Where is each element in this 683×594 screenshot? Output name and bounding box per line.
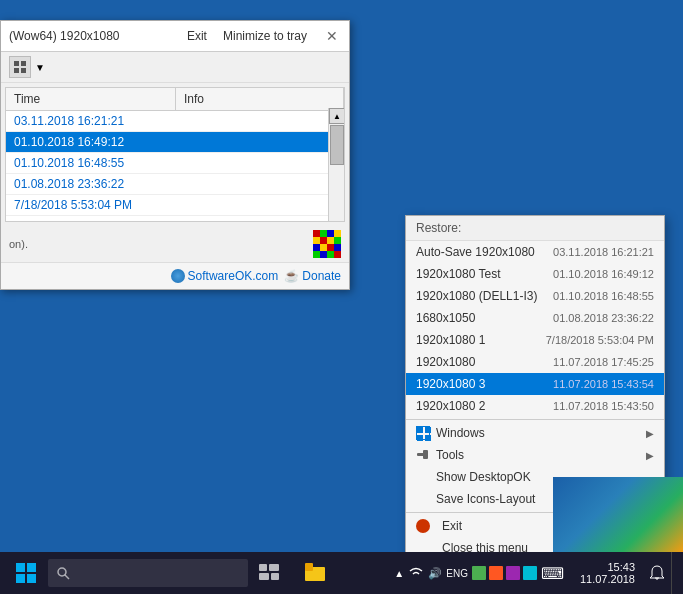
- table-row[interactable]: 01.08.2018 23:36:22: [6, 174, 344, 195]
- context-item-1920-3[interactable]: 1920x1080 3 11.07.2018 15:43:54: [406, 373, 664, 395]
- tray-clock[interactable]: 15:43 11.07.2018: [572, 561, 643, 585]
- context-restore-header: Restore:: [406, 216, 664, 241]
- submenu-arrow: ▶: [646, 428, 654, 439]
- separator-1: [406, 419, 664, 420]
- network-icon[interactable]: [408, 565, 424, 582]
- context-item-test[interactable]: 1920x1080 Test 01.10.2018 16:49:12: [406, 263, 664, 285]
- svg-rect-13: [320, 244, 327, 251]
- table-row[interactable]: 03.11.2018 16:21:21: [6, 111, 344, 132]
- language-indicator[interactable]: ENG: [446, 568, 468, 579]
- svg-rect-22: [417, 435, 423, 441]
- svg-rect-20: [417, 427, 423, 433]
- context-item-windows[interactable]: Windows ▶: [406, 422, 664, 444]
- toolbar-icon-grid[interactable]: [9, 56, 31, 78]
- context-item-dell[interactable]: 1920x1080 (DELL1-I3) 01.10.2018 16:48:55: [406, 285, 664, 307]
- clock-date: 11.07.2018: [580, 573, 635, 585]
- context-item-1920-2[interactable]: 1920x1080 2 11.07.2018 15:43:50: [406, 395, 664, 417]
- table-body: 03.11.2018 16:21:21 01.10.2018 16:49:12 …: [6, 111, 344, 221]
- item-date: 03.11.2018 16:21:21: [553, 246, 654, 258]
- website-label[interactable]: SoftwareOK.com: [188, 269, 279, 283]
- svg-rect-3: [21, 68, 26, 73]
- thumbnail-bg: [553, 477, 683, 552]
- tray-app-1[interactable]: [472, 566, 486, 580]
- scroll-up[interactable]: ▲: [329, 108, 345, 124]
- tray-chevron[interactable]: ▲: [394, 568, 404, 579]
- row-5-time: 7/18/2018 5:53:04 PM: [6, 195, 176, 215]
- svg-rect-35: [271, 573, 279, 580]
- svg-line-31: [65, 575, 69, 579]
- scrollbar-thumb[interactable]: [330, 125, 344, 165]
- item-date: 01.10.2018 16:48:55: [553, 290, 654, 302]
- menu-minimize[interactable]: Minimize to tray: [223, 29, 307, 43]
- tray-app-2[interactable]: [489, 566, 503, 580]
- item-date: 01.08.2018 23:36:22: [553, 312, 654, 324]
- svg-rect-28: [16, 574, 25, 583]
- taskbar-search[interactable]: [48, 559, 248, 587]
- menu-exit[interactable]: Exit: [187, 29, 207, 43]
- taskbar-tray: ▲ 🔊 ENG ⌨: [394, 552, 683, 594]
- svg-rect-2: [14, 68, 19, 73]
- svg-rect-12: [313, 244, 320, 251]
- svg-rect-1: [21, 61, 26, 66]
- toolbar-dropdown[interactable]: ▼: [35, 62, 45, 73]
- table-row[interactable]: 01.10.2018 16:48:55: [6, 153, 344, 174]
- scrollbar[interactable]: ▲ ▼: [328, 108, 344, 222]
- table-row[interactable]: 7/18/2018 5:53:04 PM: [6, 195, 344, 216]
- website-link[interactable]: SoftwareOK.com: [171, 269, 279, 283]
- svg-rect-9: [320, 237, 327, 244]
- tray-app-3[interactable]: [506, 566, 520, 580]
- row-5-info: [176, 195, 344, 215]
- close-button[interactable]: ✕: [323, 27, 341, 45]
- svg-rect-18: [327, 251, 334, 258]
- context-item-1920[interactable]: 1920x1080 11.07.2018 17:45:25: [406, 351, 664, 373]
- volume-icon[interactable]: 🔊: [428, 567, 442, 580]
- svg-rect-7: [334, 230, 341, 237]
- svg-rect-0: [14, 61, 19, 66]
- toolbar: ▼: [1, 52, 349, 83]
- svg-rect-14: [327, 244, 334, 251]
- table-row[interactable]: 01.10.2018 16:49:12: [6, 132, 344, 153]
- windows-label: Windows: [436, 426, 646, 440]
- row-2-time: 01.10.2018 16:49:12: [6, 132, 176, 152]
- svg-rect-11: [334, 237, 341, 244]
- svg-rect-15: [334, 244, 341, 251]
- file-explorer-app[interactable]: [294, 552, 336, 594]
- item-name: 1920x1080 Test: [416, 267, 543, 281]
- col-time: Time: [6, 88, 176, 110]
- title-bar: (Wow64) 1920x1080 Exit Minimize to tray …: [1, 21, 349, 52]
- row-1-info: [176, 111, 344, 131]
- context-item-1920-1[interactable]: 1920x1080 1 7/18/2018 5:53:04 PM: [406, 329, 664, 351]
- notification-button[interactable]: [647, 558, 667, 588]
- window-content: Time Info 03.11.2018 16:21:21 01.10.2018…: [1, 87, 349, 262]
- svg-rect-4: [313, 230, 320, 237]
- donate-label[interactable]: Donate: [302, 269, 341, 283]
- row-1-time: 03.11.2018 16:21:21: [6, 111, 176, 131]
- desktop-peek-button[interactable]: [671, 552, 679, 594]
- task-view-button[interactable]: [248, 552, 290, 594]
- search-icon: [56, 566, 70, 580]
- windows-start-icon: [16, 563, 36, 583]
- item-date: 11.07.2018 15:43:50: [553, 400, 654, 412]
- tray-app-4[interactable]: [523, 566, 537, 580]
- wifi-icon: [408, 565, 424, 579]
- status-text: on).: [9, 238, 28, 250]
- start-button[interactable]: [4, 552, 48, 594]
- context-item-autosave[interactable]: Auto-Save 1920x1080 03.11.2018 16:21:21: [406, 241, 664, 263]
- svg-rect-16: [313, 251, 320, 258]
- row-4-time: 01.08.2018 23:36:22: [6, 174, 176, 194]
- main-window: (Wow64) 1920x1080 Exit Minimize to tray …: [0, 20, 350, 290]
- pixel-icon[interactable]: [313, 230, 341, 258]
- item-name: 1920x1080 1: [416, 333, 536, 347]
- svg-rect-32: [259, 564, 267, 571]
- svg-rect-17: [320, 251, 327, 258]
- item-name: 1920x1080 3: [416, 377, 543, 391]
- keyboard-icon[interactable]: ⌨: [541, 564, 564, 583]
- donate-link[interactable]: ☕ Donate: [284, 269, 341, 283]
- row-3-info: [176, 153, 344, 173]
- svg-rect-25: [423, 450, 428, 459]
- tools-label: Tools: [436, 448, 646, 462]
- context-item-1680[interactable]: 1680x1050 01.08.2018 23:36:22: [406, 307, 664, 329]
- svg-rect-26: [16, 563, 25, 572]
- clock-time: 15:43: [580, 561, 635, 573]
- context-item-tools[interactable]: Tools ▶: [406, 444, 664, 466]
